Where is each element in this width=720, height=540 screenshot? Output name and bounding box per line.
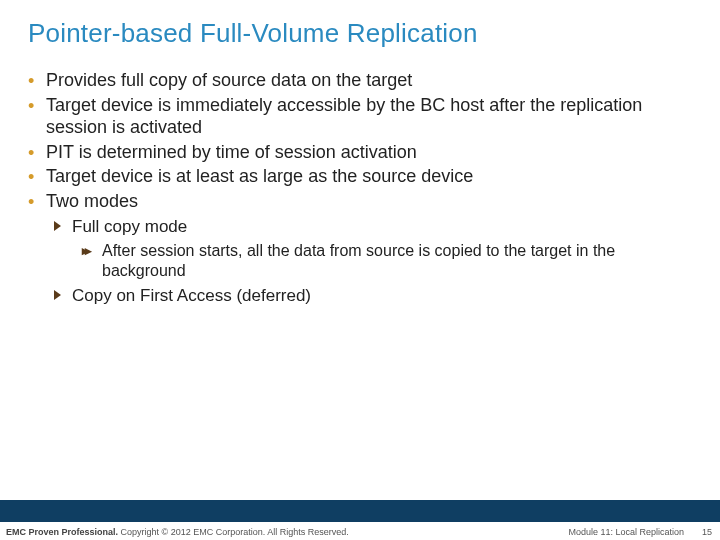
sub-bullet-item: Full copy mode [54,216,692,237]
bullet-item: Target device is at least as large as th… [28,165,692,188]
slide-title: Pointer-based Full-Volume Replication [0,0,720,49]
page-number: 15 [702,527,712,537]
double-arrow-icon: ▸▸ [82,243,88,259]
sub-bullet-item: Copy on First Access (deferred) [54,285,692,306]
footer-bar [0,500,720,522]
footer-left: EMC Proven Professional. Copyright © 201… [6,527,349,537]
sub-sub-bullet-text: After session starts, all the data from … [102,242,615,279]
bullet-item: PIT is determined by time of session act… [28,141,692,164]
sub-sub-bullet-item: ▸▸ After session starts, all the data fr… [82,241,692,281]
bullet-item: Provides full copy of source data on the… [28,69,692,92]
slide: Pointer-based Full-Volume Replication Pr… [0,0,720,540]
bullet-item: Two modes [28,190,692,213]
slide-content: Provides full copy of source data on the… [0,49,720,307]
footer-right: Module 11: Local Replication [568,527,684,537]
footer-copyright: Copyright © 2012 EMC Corporation. All Ri… [118,527,349,537]
bullet-item: Target device is immediately accessible … [28,94,692,139]
footer-brand: EMC Proven Professional. [6,527,118,537]
